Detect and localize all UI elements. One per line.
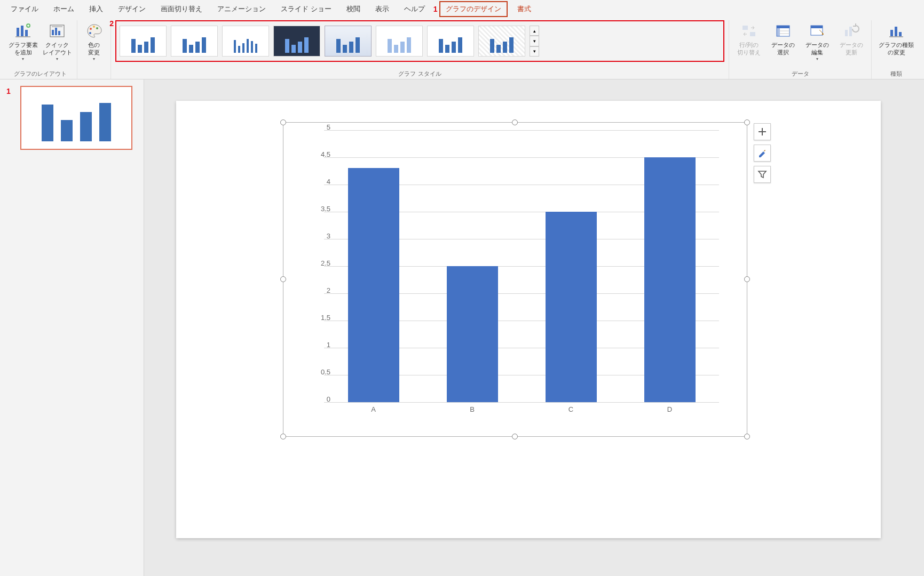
- tab-format[interactable]: 書式: [510, 1, 539, 17]
- gallery-scroll: ▴ ▾ ▾: [530, 26, 539, 57]
- resize-handle-w[interactable]: [280, 276, 286, 282]
- svg-rect-24: [849, 27, 852, 36]
- svg-point-11: [93, 26, 95, 28]
- chevron-down-icon: ▾: [93, 57, 95, 61]
- resize-handle-s[interactable]: [512, 434, 518, 439]
- chart-style-4[interactable]: [273, 26, 320, 57]
- chart-elements-button[interactable]: [754, 123, 771, 140]
- svg-point-13: [89, 32, 91, 34]
- ribbon-panel: グラフ要素 を追加 ▾ クイック レイアウト ▾ グラフのレイアウト 2 色の …: [0, 18, 924, 79]
- svg-rect-26: [895, 27, 897, 36]
- select-data-label: データの 選択: [771, 42, 795, 57]
- tab-design[interactable]: デザイン: [110, 1, 153, 17]
- gallery-scroll-up-button[interactable]: ▴: [530, 26, 539, 36]
- slide-canvas[interactable]: 00.511.522.533.544.55ABCD: [176, 101, 881, 538]
- change-colors-button[interactable]: 色の 変更 ▾: [82, 20, 106, 61]
- svg-point-12: [96, 27, 98, 29]
- chart-y-tick-label: 0: [327, 395, 330, 403]
- resize-handle-e[interactable]: [744, 276, 750, 282]
- slide-number-1: 1: [6, 87, 11, 95]
- group-chart-layout-label: グラフのレイアウト: [14, 68, 67, 79]
- resize-handle-sw[interactable]: [280, 434, 286, 439]
- refresh-data-label: データの 更新: [840, 42, 863, 57]
- edit-data-button[interactable]: データの 編集 ▾: [802, 20, 833, 61]
- chart-style-6[interactable]: [376, 26, 423, 57]
- group-chart-styles-label: グラフ スタイル: [398, 68, 441, 79]
- svg-rect-0: [17, 28, 19, 36]
- change-chart-type-label: グラフの種類 の変更: [879, 42, 914, 57]
- gallery-more-button[interactable]: ▾: [530, 46, 539, 57]
- tab-help[interactable]: ヘルプ: [397, 1, 432, 17]
- svg-rect-15: [750, 32, 755, 36]
- tab-insert[interactable]: 挿入: [82, 1, 110, 17]
- svg-rect-23: [845, 30, 848, 36]
- chart-y-tick-label: 4.5: [321, 150, 330, 158]
- chart-y-tick-label: 3.5: [321, 205, 330, 213]
- tab-chart-design[interactable]: グラフのデザイン: [439, 1, 508, 17]
- chart-gridline: [324, 130, 719, 131]
- chart-style-1[interactable]: [120, 26, 167, 57]
- chart-style-8[interactable]: [478, 26, 525, 57]
- switch-row-column-label: 行/列の 切り替え: [737, 42, 761, 57]
- chart-bar[interactable]: [644, 157, 696, 402]
- select-data-button[interactable]: データの 選択: [768, 20, 799, 57]
- chart-y-tick-label: 2: [327, 286, 330, 294]
- chart-filters-button[interactable]: [754, 166, 771, 183]
- tab-transitions[interactable]: 画面切り替え: [153, 1, 210, 17]
- group-color-change: 2 色の 変更 ▾: [77, 20, 111, 79]
- group-type-label: 種類: [890, 68, 902, 79]
- tab-view[interactable]: 表示: [368, 1, 397, 17]
- bar-chart[interactable]: 00.511.522.533.544.55ABCD: [303, 127, 730, 426]
- edit-data-label: データの 編集: [805, 42, 829, 57]
- ribbon-tab-strip: ファイル ホーム 挿入 デザイン 画面切り替え アニメーション スライド ショー…: [0, 0, 924, 18]
- refresh-icon: [843, 22, 860, 39]
- resize-handle-ne[interactable]: [744, 119, 750, 125]
- chart-style-2[interactable]: [171, 26, 218, 57]
- gallery-scroll-down-button[interactable]: ▾: [530, 36, 539, 46]
- chart-selection-frame[interactable]: 00.511.522.533.544.55ABCD: [283, 122, 747, 437]
- chart-bar[interactable]: [348, 168, 399, 402]
- chart-x-tick-label: A: [371, 405, 376, 413]
- slide-thumbnail-1[interactable]: [20, 86, 132, 150]
- slide-thumbnails-pane: 1: [0, 79, 144, 576]
- chevron-down-icon: ▾: [816, 57, 818, 61]
- callout-number-2: 2: [109, 19, 114, 28]
- palette-icon: [85, 22, 102, 39]
- chart-style-3[interactable]: [222, 26, 269, 57]
- group-color-change-spacer: [93, 69, 94, 79]
- chart-y-tick-label: 5: [327, 123, 330, 131]
- resize-handle-n[interactable]: [512, 119, 518, 125]
- resize-handle-se[interactable]: [744, 434, 750, 439]
- change-chart-type-button[interactable]: グラフの種類 の変更: [876, 20, 917, 57]
- quick-layout-icon: [49, 22, 66, 39]
- chart-bar[interactable]: [546, 212, 597, 402]
- chart-x-tick-label: D: [667, 405, 672, 413]
- chart-y-tick-label: 1: [327, 341, 330, 349]
- group-chart-layout: グラフ要素 を追加 ▾ クイック レイアウト ▾ グラフのレイアウト: [3, 20, 77, 79]
- select-data-icon: [775, 22, 792, 39]
- tab-review[interactable]: 校閲: [339, 1, 368, 17]
- chart-style-7[interactable]: [427, 26, 474, 57]
- add-chart-element-button[interactable]: グラフ要素 を追加 ▾: [7, 20, 38, 61]
- tab-slideshow[interactable]: スライド ショー: [273, 1, 339, 17]
- refresh-data-button: データの 更新: [836, 20, 867, 57]
- svg-rect-25: [890, 30, 893, 36]
- chart-style-gallery: ▴ ▾ ▾: [115, 20, 724, 62]
- tab-animations[interactable]: アニメーション: [210, 1, 273, 17]
- quick-layout-button[interactable]: クイック レイアウト ▾: [42, 20, 73, 61]
- resize-handle-nw[interactable]: [280, 119, 286, 125]
- chart-y-tick-label: 4: [327, 178, 330, 186]
- chart-plot-area: [324, 130, 719, 402]
- funnel-icon: [757, 170, 767, 179]
- add-chart-element-label: グラフ要素 を追加: [9, 42, 38, 57]
- svg-rect-18: [777, 26, 780, 36]
- tab-file[interactable]: ファイル: [3, 1, 46, 17]
- chart-style-5[interactable]: [325, 26, 372, 57]
- chart-y-tick-label: 1.5: [321, 314, 330, 322]
- switch-row-column-icon: [740, 22, 757, 39]
- chart-styles-button[interactable]: [754, 145, 771, 162]
- tab-home[interactable]: ホーム: [46, 1, 82, 17]
- chart-bar[interactable]: [447, 266, 498, 402]
- svg-rect-14: [743, 26, 748, 30]
- add-chart-element-icon: [14, 22, 31, 39]
